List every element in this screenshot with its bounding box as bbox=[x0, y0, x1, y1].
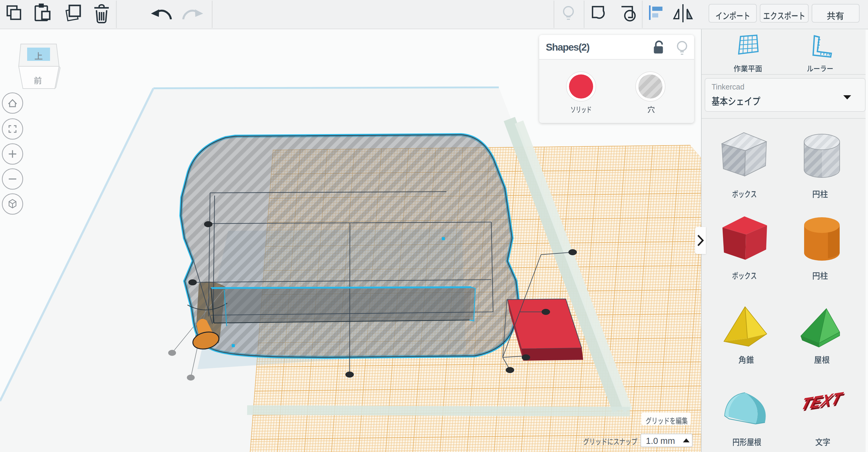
svg-text:TEXT: TEXT bbox=[799, 389, 845, 413]
